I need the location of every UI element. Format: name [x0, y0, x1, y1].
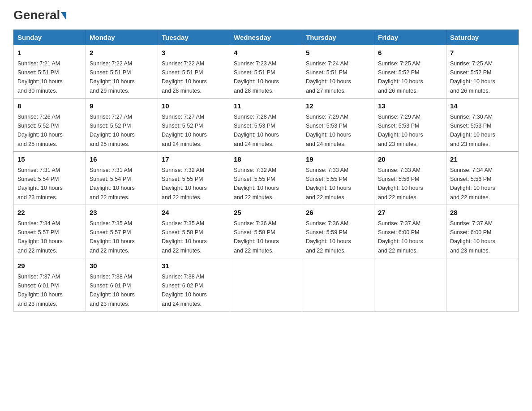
day-info: Sunrise: 7:31 AMSunset: 5:54 PMDaylight:… — [17, 167, 63, 201]
day-number: 24 — [162, 208, 226, 218]
calendar-cell: 1 Sunrise: 7:21 AMSunset: 5:51 PMDayligh… — [14, 45, 86, 98]
day-info: Sunrise: 7:23 AMSunset: 5:51 PMDaylight:… — [234, 60, 279, 94]
column-header-wednesday: Wednesday — [230, 30, 302, 45]
calendar-cell: 6 Sunrise: 7:25 AMSunset: 5:52 PMDayligh… — [374, 45, 446, 98]
calendar-cell: 4 Sunrise: 7:23 AMSunset: 5:51 PMDayligh… — [230, 45, 302, 98]
calendar-cell: 18 Sunrise: 7:32 AMSunset: 5:55 PMDaylig… — [230, 152, 302, 205]
calendar-header-row: SundayMondayTuesdayWednesdayThursdayFrid… — [14, 30, 519, 45]
calendar-cell: 20 Sunrise: 7:33 AMSunset: 5:56 PMDaylig… — [374, 152, 446, 205]
calendar-cell: 22 Sunrise: 7:34 AMSunset: 5:57 PMDaylig… — [14, 205, 86, 258]
calendar-cell: 19 Sunrise: 7:33 AMSunset: 5:55 PMDaylig… — [302, 152, 374, 205]
day-number: 8 — [17, 101, 82, 111]
calendar-week-row: 8 Sunrise: 7:26 AMSunset: 5:52 PMDayligh… — [14, 98, 519, 152]
column-header-sunday: Sunday — [14, 30, 86, 45]
day-info: Sunrise: 7:37 AMSunset: 6:00 PMDaylight:… — [450, 220, 495, 254]
day-info: Sunrise: 7:35 AMSunset: 5:57 PMDaylight:… — [90, 220, 135, 254]
calendar-cell: 8 Sunrise: 7:26 AMSunset: 5:52 PMDayligh… — [14, 98, 86, 152]
day-info: Sunrise: 7:34 AMSunset: 5:57 PMDaylight:… — [17, 220, 63, 254]
day-info: Sunrise: 7:35 AMSunset: 5:58 PMDaylight:… — [162, 220, 207, 254]
day-info: Sunrise: 7:28 AMSunset: 5:53 PMDaylight:… — [234, 114, 279, 147]
day-info: Sunrise: 7:22 AMSunset: 5:51 PMDaylight:… — [162, 60, 207, 94]
calendar-cell: 7 Sunrise: 7:25 AMSunset: 5:52 PMDayligh… — [446, 45, 519, 98]
calendar-cell: 17 Sunrise: 7:32 AMSunset: 5:55 PMDaylig… — [158, 152, 230, 205]
calendar-cell: 21 Sunrise: 7:34 AMSunset: 5:56 PMDaylig… — [446, 152, 519, 205]
day-info: Sunrise: 7:27 AMSunset: 5:52 PMDaylight:… — [90, 114, 135, 147]
calendar-week-row: 22 Sunrise: 7:34 AMSunset: 5:57 PMDaylig… — [14, 205, 519, 258]
day-number: 18 — [234, 154, 298, 165]
page-header: General — [13, 9, 519, 21]
column-header-friday: Friday — [374, 30, 446, 45]
day-number: 9 — [90, 101, 154, 111]
day-number: 15 — [17, 154, 82, 165]
calendar-cell: 26 Sunrise: 7:36 AMSunset: 5:59 PMDaylig… — [302, 205, 374, 258]
day-number: 23 — [90, 208, 154, 218]
calendar-table: SundayMondayTuesdayWednesdayThursdayFrid… — [13, 30, 519, 312]
calendar-cell — [302, 258, 374, 312]
day-info: Sunrise: 7:32 AMSunset: 5:55 PMDaylight:… — [234, 167, 279, 201]
calendar-cell: 31 Sunrise: 7:38 AMSunset: 6:02 PMDaylig… — [158, 258, 230, 312]
calendar-cell: 24 Sunrise: 7:35 AMSunset: 5:58 PMDaylig… — [158, 205, 230, 258]
calendar-cell: 28 Sunrise: 7:37 AMSunset: 6:00 PMDaylig… — [446, 205, 519, 258]
column-header-monday: Monday — [86, 30, 158, 45]
calendar-cell: 2 Sunrise: 7:22 AMSunset: 5:51 PMDayligh… — [86, 45, 158, 98]
day-number: 3 — [162, 48, 226, 58]
calendar-cell — [374, 258, 446, 312]
day-info: Sunrise: 7:37 AMSunset: 6:01 PMDaylight:… — [17, 274, 63, 307]
day-number: 5 — [306, 48, 370, 58]
calendar-cell: 25 Sunrise: 7:36 AMSunset: 5:58 PMDaylig… — [230, 205, 302, 258]
day-info: Sunrise: 7:25 AMSunset: 5:52 PMDaylight:… — [378, 60, 423, 94]
column-header-thursday: Thursday — [302, 30, 374, 45]
logo-triangle-icon — [61, 12, 66, 20]
calendar-cell: 23 Sunrise: 7:35 AMSunset: 5:57 PMDaylig… — [86, 205, 158, 258]
calendar-cell: 30 Sunrise: 7:38 AMSunset: 6:01 PMDaylig… — [86, 258, 158, 312]
day-number: 26 — [306, 208, 370, 218]
day-number: 12 — [306, 101, 370, 111]
day-number: 28 — [450, 208, 515, 218]
calendar-week-row: 1 Sunrise: 7:21 AMSunset: 5:51 PMDayligh… — [14, 45, 519, 98]
day-number: 6 — [378, 48, 442, 58]
day-info: Sunrise: 7:32 AMSunset: 5:55 PMDaylight:… — [162, 167, 207, 201]
day-info: Sunrise: 7:34 AMSunset: 5:56 PMDaylight:… — [450, 167, 495, 201]
day-info: Sunrise: 7:37 AMSunset: 6:00 PMDaylight:… — [378, 220, 423, 254]
day-number: 31 — [162, 261, 226, 271]
day-number: 22 — [17, 208, 82, 218]
day-info: Sunrise: 7:30 AMSunset: 5:53 PMDaylight:… — [450, 114, 495, 147]
day-number: 14 — [450, 101, 515, 111]
day-number: 10 — [162, 101, 226, 111]
day-info: Sunrise: 7:33 AMSunset: 5:56 PMDaylight:… — [378, 167, 423, 201]
calendar-cell: 9 Sunrise: 7:27 AMSunset: 5:52 PMDayligh… — [86, 98, 158, 152]
calendar-week-row: 15 Sunrise: 7:31 AMSunset: 5:54 PMDaylig… — [14, 152, 519, 205]
calendar-cell: 14 Sunrise: 7:30 AMSunset: 5:53 PMDaylig… — [446, 98, 519, 152]
calendar-cell — [446, 258, 519, 312]
calendar-cell: 5 Sunrise: 7:24 AMSunset: 5:51 PMDayligh… — [302, 45, 374, 98]
calendar-cell: 15 Sunrise: 7:31 AMSunset: 5:54 PMDaylig… — [14, 152, 86, 205]
calendar-cell: 10 Sunrise: 7:27 AMSunset: 5:52 PMDaylig… — [158, 98, 230, 152]
day-info: Sunrise: 7:27 AMSunset: 5:52 PMDaylight:… — [162, 114, 207, 147]
day-number: 29 — [17, 261, 82, 271]
day-number: 27 — [378, 208, 442, 218]
day-number: 25 — [234, 208, 298, 218]
day-number: 4 — [234, 48, 298, 58]
column-header-saturday: Saturday — [446, 30, 519, 45]
calendar-cell: 29 Sunrise: 7:37 AMSunset: 6:01 PMDaylig… — [14, 258, 86, 312]
day-info: Sunrise: 7:22 AMSunset: 5:51 PMDaylight:… — [90, 60, 135, 94]
day-info: Sunrise: 7:36 AMSunset: 5:59 PMDaylight:… — [306, 220, 351, 254]
calendar-cell: 16 Sunrise: 7:31 AMSunset: 5:54 PMDaylig… — [86, 152, 158, 205]
column-header-tuesday: Tuesday — [158, 30, 230, 45]
day-number: 16 — [90, 154, 154, 165]
day-info: Sunrise: 7:29 AMSunset: 5:53 PMDaylight:… — [378, 114, 423, 147]
day-info: Sunrise: 7:26 AMSunset: 5:52 PMDaylight:… — [17, 114, 63, 147]
day-info: Sunrise: 7:33 AMSunset: 5:55 PMDaylight:… — [306, 167, 351, 201]
calendar-cell — [230, 258, 302, 312]
day-number: 7 — [450, 48, 515, 58]
day-info: Sunrise: 7:36 AMSunset: 5:58 PMDaylight:… — [234, 220, 279, 254]
day-info: Sunrise: 7:21 AMSunset: 5:51 PMDaylight:… — [17, 60, 63, 94]
logo: General — [13, 9, 66, 21]
day-number: 2 — [90, 48, 154, 58]
day-number: 21 — [450, 154, 515, 165]
day-info: Sunrise: 7:29 AMSunset: 5:53 PMDaylight:… — [306, 114, 351, 147]
day-info: Sunrise: 7:38 AMSunset: 6:02 PMDaylight:… — [162, 274, 207, 307]
day-info: Sunrise: 7:24 AMSunset: 5:51 PMDaylight:… — [306, 60, 351, 94]
calendar-cell: 11 Sunrise: 7:28 AMSunset: 5:53 PMDaylig… — [230, 98, 302, 152]
day-number: 19 — [306, 154, 370, 165]
